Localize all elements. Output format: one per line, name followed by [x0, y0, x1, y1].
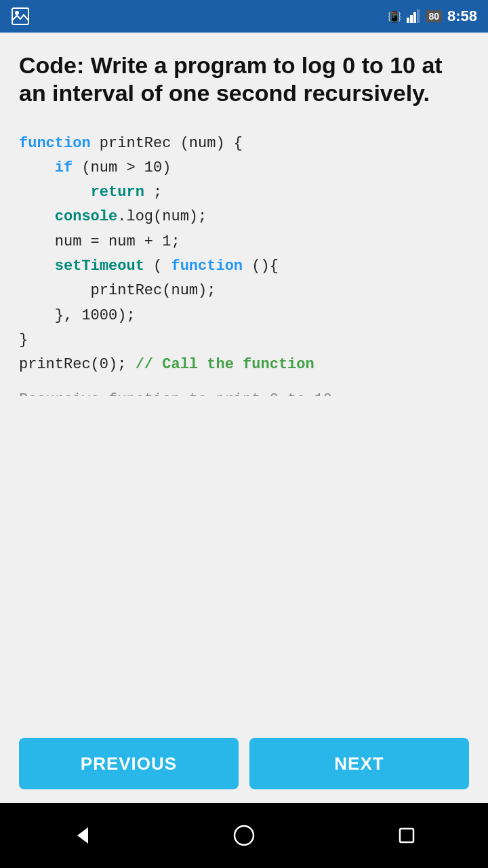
nav-buttons: PREVIOUS NEXT	[0, 727, 488, 803]
svg-marker-6	[77, 827, 88, 844]
keyword-function-2: function	[171, 258, 243, 275]
home-button[interactable]	[232, 823, 256, 848]
code-text-5: (	[144, 258, 171, 275]
code-description: Recursive function to print 0 to 10.	[19, 391, 469, 396]
status-bar-right: 📳 80 8:58	[388, 7, 477, 25]
keyword-console: console	[55, 208, 117, 225]
keyword-settimeout: setTimeout	[55, 258, 144, 275]
spacer	[0, 396, 488, 727]
recents-icon	[394, 823, 419, 848]
status-bar-left	[11, 7, 30, 26]
status-bar: 📳 80 8:58	[0, 0, 488, 33]
home-icon	[232, 823, 256, 848]
gallery-icon	[11, 7, 30, 26]
svg-rect-4	[413, 12, 416, 23]
svg-rect-3	[410, 15, 413, 23]
keyword-return: return	[91, 184, 144, 201]
time-label: 8:58	[447, 7, 477, 25]
keyword-if: if	[55, 159, 73, 176]
recents-button[interactable]	[394, 823, 419, 848]
android-nav-bar	[0, 803, 488, 868]
vibrate-icon: 📳	[388, 10, 401, 23]
code-block: function printRec (num) { if (num > 10) …	[19, 132, 469, 378]
svg-point-1	[15, 11, 19, 15]
svg-rect-2	[407, 18, 409, 23]
keyword-function-1: function	[19, 135, 91, 152]
code-comment: // Call the function	[136, 356, 314, 373]
battery-icon: 80	[426, 10, 442, 22]
main-content: Code: Write a program to log 0 to 10 at …	[0, 33, 488, 396]
svg-point-7	[235, 826, 253, 845]
signal-icon	[407, 9, 420, 23]
previous-button[interactable]: PREVIOUS	[19, 738, 239, 789]
page-title: Code: Write a program to log 0 to 10 at …	[19, 52, 469, 107]
back-icon	[69, 823, 94, 848]
back-button[interactable]	[69, 823, 94, 848]
next-button[interactable]: NEXT	[249, 738, 469, 789]
svg-rect-5	[417, 9, 420, 23]
svg-rect-8	[400, 829, 413, 842]
svg-rect-0	[12, 8, 28, 24]
